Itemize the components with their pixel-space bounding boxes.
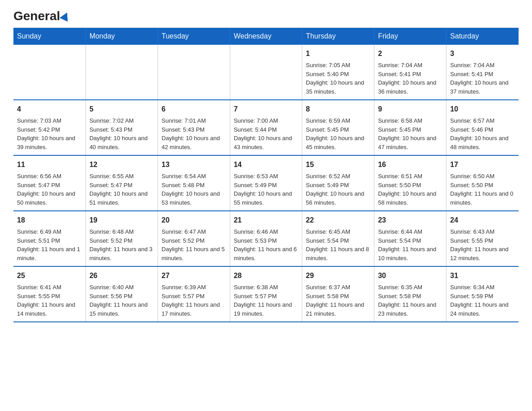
day-info: Sunrise: 6:38 AM Sunset: 5:57 PM Dayligh…	[234, 283, 298, 318]
calendar-cell: 26Sunrise: 6:40 AM Sunset: 5:56 PM Dayli…	[86, 266, 158, 322]
calendar-cell: 15Sunrise: 6:52 AM Sunset: 5:49 PM Dayli…	[302, 155, 374, 211]
day-number: 22	[306, 215, 370, 226]
day-info: Sunrise: 7:01 AM Sunset: 5:43 PM Dayligh…	[162, 116, 226, 151]
day-number: 8	[306, 104, 370, 115]
day-number: 11	[17, 159, 82, 170]
day-number: 29	[306, 270, 370, 281]
calendar-cell	[13, 45, 86, 100]
day-number: 3	[450, 48, 515, 59]
logo-general-text2: General	[13, 9, 60, 23]
day-info: Sunrise: 6:57 AM Sunset: 5:46 PM Dayligh…	[450, 116, 515, 151]
day-info: Sunrise: 7:05 AM Sunset: 5:40 PM Dayligh…	[306, 61, 370, 96]
day-info: Sunrise: 6:56 AM Sunset: 5:47 PM Dayligh…	[17, 172, 82, 207]
calendar-table: SundayMondayTuesdayWednesdayThursdayFrid…	[13, 28, 519, 322]
calendar-cell: 28Sunrise: 6:38 AM Sunset: 5:57 PM Dayli…	[230, 266, 302, 322]
calendar-cell	[86, 45, 158, 100]
day-number: 15	[306, 159, 370, 170]
day-info: Sunrise: 7:03 AM Sunset: 5:42 PM Dayligh…	[17, 116, 82, 151]
calendar-cell: 11Sunrise: 6:56 AM Sunset: 5:47 PM Dayli…	[13, 155, 86, 211]
calendar-week-row: 18Sunrise: 6:49 AM Sunset: 5:51 PM Dayli…	[13, 211, 519, 266]
day-number: 31	[450, 270, 515, 281]
day-number: 27	[162, 270, 226, 281]
day-number: 26	[90, 270, 154, 281]
day-number: 12	[90, 159, 154, 170]
calendar-cell: 29Sunrise: 6:37 AM Sunset: 5:58 PM Dayli…	[302, 266, 374, 322]
day-info: Sunrise: 6:45 AM Sunset: 5:54 PM Dayligh…	[306, 227, 370, 262]
calendar-cell: 4Sunrise: 7:03 AM Sunset: 5:42 PM Daylig…	[13, 100, 86, 155]
day-number: 17	[450, 159, 515, 170]
calendar-cell: 22Sunrise: 6:45 AM Sunset: 5:54 PM Dayli…	[302, 211, 374, 266]
calendar-cell: 12Sunrise: 6:55 AM Sunset: 5:47 PM Dayli…	[86, 155, 158, 211]
calendar-cell: 23Sunrise: 6:44 AM Sunset: 5:54 PM Dayli…	[374, 211, 446, 266]
calendar-cell: 9Sunrise: 6:58 AM Sunset: 5:45 PM Daylig…	[374, 100, 446, 155]
day-info: Sunrise: 6:55 AM Sunset: 5:47 PM Dayligh…	[90, 172, 154, 207]
calendar-cell: 7Sunrise: 7:00 AM Sunset: 5:44 PM Daylig…	[230, 100, 302, 155]
calendar-cell: 16Sunrise: 6:51 AM Sunset: 5:50 PM Dayli…	[374, 155, 446, 211]
day-number: 24	[450, 215, 515, 226]
calendar-cell: 3Sunrise: 7:04 AM Sunset: 5:41 PM Daylig…	[446, 45, 519, 100]
day-info: Sunrise: 7:04 AM Sunset: 5:41 PM Dayligh…	[378, 61, 442, 96]
page-header: General	[13, 9, 519, 20]
calendar-cell: 27Sunrise: 6:39 AM Sunset: 5:57 PM Dayli…	[158, 266, 230, 322]
day-number: 1	[306, 48, 370, 59]
day-number: 7	[234, 104, 298, 115]
calendar-cell: 18Sunrise: 6:49 AM Sunset: 5:51 PM Dayli…	[13, 211, 86, 266]
day-info: Sunrise: 6:46 AM Sunset: 5:53 PM Dayligh…	[234, 227, 298, 262]
day-number: 10	[450, 104, 515, 115]
day-info: Sunrise: 6:37 AM Sunset: 5:58 PM Dayligh…	[306, 283, 370, 318]
day-number: 16	[378, 159, 442, 170]
day-number: 21	[234, 215, 298, 226]
calendar-cell: 1Sunrise: 7:05 AM Sunset: 5:40 PM Daylig…	[302, 45, 374, 100]
calendar-week-row: 11Sunrise: 6:56 AM Sunset: 5:47 PM Dayli…	[13, 155, 519, 211]
calendar-cell	[230, 45, 302, 100]
day-info: Sunrise: 6:43 AM Sunset: 5:55 PM Dayligh…	[450, 227, 515, 262]
calendar-cell: 19Sunrise: 6:48 AM Sunset: 5:52 PM Dayli…	[86, 211, 158, 266]
day-number: 2	[378, 48, 442, 59]
day-number: 4	[17, 104, 82, 115]
calendar-cell: 17Sunrise: 6:50 AM Sunset: 5:50 PM Dayli…	[446, 155, 519, 211]
day-number: 19	[90, 215, 154, 226]
day-info: Sunrise: 7:04 AM Sunset: 5:41 PM Dayligh…	[450, 61, 515, 96]
calendar-cell: 14Sunrise: 6:53 AM Sunset: 5:49 PM Dayli…	[230, 155, 302, 211]
day-info: Sunrise: 6:41 AM Sunset: 5:55 PM Dayligh…	[17, 283, 82, 318]
calendar-cell: 31Sunrise: 6:34 AM Sunset: 5:59 PM Dayli…	[446, 266, 519, 322]
day-info: Sunrise: 6:51 AM Sunset: 5:50 PM Dayligh…	[378, 172, 442, 207]
day-number: 14	[234, 159, 298, 170]
calendar-week-row: 25Sunrise: 6:41 AM Sunset: 5:55 PM Dayli…	[13, 266, 519, 322]
day-number: 5	[90, 104, 154, 115]
column-header-saturday: Saturday	[446, 28, 519, 45]
day-number: 9	[378, 104, 442, 115]
calendar-header-row: SundayMondayTuesdayWednesdayThursdayFrid…	[13, 28, 519, 45]
day-number: 18	[17, 215, 82, 226]
day-info: Sunrise: 6:34 AM Sunset: 5:59 PM Dayligh…	[450, 283, 515, 318]
day-number: 23	[378, 215, 442, 226]
logo-arrow-icon	[60, 11, 71, 22]
calendar-cell: 13Sunrise: 6:54 AM Sunset: 5:48 PM Dayli…	[158, 155, 230, 211]
column-header-friday: Friday	[374, 28, 446, 45]
day-info: Sunrise: 6:44 AM Sunset: 5:54 PM Dayligh…	[378, 227, 442, 262]
calendar-cell: 20Sunrise: 6:47 AM Sunset: 5:52 PM Dayli…	[158, 211, 230, 266]
column-header-thursday: Thursday	[302, 28, 374, 45]
calendar-week-row: 4Sunrise: 7:03 AM Sunset: 5:42 PM Daylig…	[13, 100, 519, 155]
calendar-cell: 2Sunrise: 7:04 AM Sunset: 5:41 PM Daylig…	[374, 45, 446, 100]
calendar-cell: 21Sunrise: 6:46 AM Sunset: 5:53 PM Dayli…	[230, 211, 302, 266]
day-info: Sunrise: 6:48 AM Sunset: 5:52 PM Dayligh…	[90, 227, 154, 262]
day-info: Sunrise: 6:47 AM Sunset: 5:52 PM Dayligh…	[162, 227, 226, 262]
day-info: Sunrise: 6:59 AM Sunset: 5:45 PM Dayligh…	[306, 116, 370, 151]
day-info: Sunrise: 6:35 AM Sunset: 5:58 PM Dayligh…	[378, 283, 442, 318]
day-number: 28	[234, 270, 298, 281]
calendar-cell	[158, 45, 230, 100]
day-number: 30	[378, 270, 442, 281]
day-number: 20	[162, 215, 226, 226]
column-header-tuesday: Tuesday	[158, 28, 230, 45]
day-number: 13	[162, 159, 226, 170]
calendar-cell: 30Sunrise: 6:35 AM Sunset: 5:58 PM Dayli…	[374, 266, 446, 322]
day-info: Sunrise: 6:39 AM Sunset: 5:57 PM Dayligh…	[162, 283, 226, 318]
calendar-week-row: 1Sunrise: 7:05 AM Sunset: 5:40 PM Daylig…	[13, 45, 519, 100]
day-info: Sunrise: 6:52 AM Sunset: 5:49 PM Dayligh…	[306, 172, 370, 207]
calendar-cell: 24Sunrise: 6:43 AM Sunset: 5:55 PM Dayli…	[446, 211, 519, 266]
day-info: Sunrise: 7:02 AM Sunset: 5:43 PM Dayligh…	[90, 116, 154, 151]
day-info: Sunrise: 6:40 AM Sunset: 5:56 PM Dayligh…	[90, 283, 154, 318]
logo: General	[13, 9, 71, 20]
calendar-cell: 25Sunrise: 6:41 AM Sunset: 5:55 PM Dayli…	[13, 266, 86, 322]
